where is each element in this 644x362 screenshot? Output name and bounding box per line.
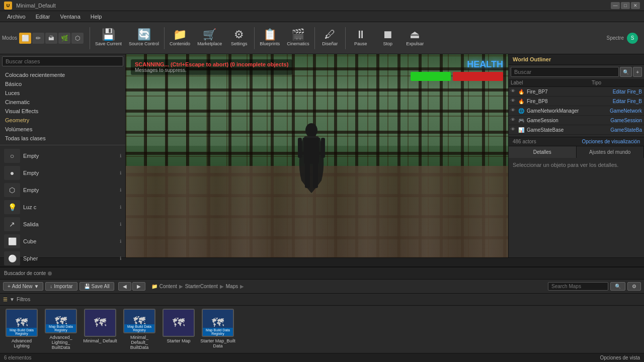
toolbar-contenido[interactable]: 📁 Contenido: [167, 24, 193, 52]
wo-search-input[interactable]: [511, 67, 619, 77]
toolbar-stop[interactable]: ⏹ Stop: [375, 24, 401, 52]
path-content[interactable]: Content: [159, 284, 177, 289]
menu-ventana[interactable]: Ventana: [55, 13, 85, 21]
toolbar-expulsar[interactable]: ⏏ Expulsar: [402, 24, 428, 52]
toolbar-marketplace[interactable]: 🛒 Marketplace: [194, 24, 225, 52]
asset-starter-map[interactable]: 🗺 Starter Map: [161, 309, 196, 350]
vis-options[interactable]: Opciones de visualización: [582, 139, 640, 144]
empty2-label: Empty: [23, 170, 117, 176]
toolbar-save-current[interactable]: 💾 Save Current: [92, 24, 125, 52]
wo-item-gamestatebase[interactable]: 👁 📊 GameStateBase GameStateBa: [509, 125, 644, 135]
svg-rect-3: [313, 163, 318, 188]
asset-minimal-default[interactable]: 🗺 Minimal_ Default: [83, 309, 118, 350]
geo-item-cube[interactable]: ⬜ Cube ℹ: [2, 233, 123, 250]
close-button[interactable]: ✕: [631, 2, 640, 9]
add-new-button[interactable]: + Add New ▼: [3, 282, 43, 291]
geo-item-empty3[interactable]: ⬡ Empty ℹ: [2, 182, 123, 199]
asset-starter-map-builtdata[interactable]: 🗺 Map Build Data Registry Starter Map_Bu…: [200, 309, 235, 350]
asset-advanced-lighting[interactable]: 🗺 Map Build Data Registry Advanced Light…: [4, 309, 39, 350]
category-all-classes[interactable]: Todas las clases: [0, 134, 125, 143]
toolbar-disenar[interactable]: 🖊 Diseñar: [317, 24, 343, 52]
wo-add-button[interactable]: +: [633, 67, 642, 77]
grid-view-icon[interactable]: ☰: [3, 297, 8, 302]
view-options[interactable]: Opciones de vista: [600, 355, 640, 360]
gamesession-edit[interactable]: GameSession: [610, 118, 642, 123]
asset-tag-1: Map Build Data Registry: [7, 328, 37, 336]
world-outliner-header: World Outliner: [509, 54, 644, 65]
modes-label: Modos: [2, 35, 17, 41]
geo-item-empty1[interactable]: ○ Empty ℹ: [2, 147, 123, 164]
tab-ajustes[interactable]: Ajustes del mundo: [577, 146, 645, 158]
nav-back-button[interactable]: ◀: [118, 282, 131, 291]
luz-info: ℹ: [120, 205, 121, 210]
marketplace-label: Marketplace: [197, 41, 222, 47]
content-search-input[interactable]: [548, 282, 608, 291]
marketplace-icon: 🛒: [203, 29, 216, 40]
geo-item-salida[interactable]: ↗ Salida ℹ: [2, 216, 123, 233]
menu-help[interactable]: Help: [86, 13, 107, 21]
path-maps[interactable]: Maps: [226, 284, 238, 289]
mode-place[interactable]: ⬜: [19, 33, 31, 44]
import-button[interactable]: ↓ Importar: [45, 282, 77, 291]
toolbar-settings[interactable]: ⚙ Settings: [226, 24, 252, 52]
category-visual-effects[interactable]: Visual Effects: [0, 107, 125, 116]
fire-bp7-edit[interactable]: Editar Fire_B: [613, 89, 642, 95]
geo-item-sphere[interactable]: ⚪ Spher ℹ: [2, 250, 123, 267]
asset-advanced-lighting-builtdata[interactable]: 🗺 Map Build Data Registry Advanced_ Ligh…: [43, 309, 78, 350]
maximize-button[interactable]: □: [621, 2, 630, 9]
save-all-button[interactable]: 💾 Save All: [79, 282, 114, 291]
mode-paint[interactable]: ✏: [32, 33, 44, 44]
gamenetwork-edit[interactable]: GameNetwork: [610, 108, 642, 114]
toolbar-pause[interactable]: ⏸ Pause: [348, 24, 374, 52]
tab-detalles[interactable]: Detalles: [509, 146, 577, 158]
details-empty-message: Seleccionar un objeto para ver los detal…: [513, 162, 618, 168]
menu-archivo[interactable]: Archivo: [2, 13, 31, 21]
menu-editar[interactable]: Editar: [31, 13, 55, 21]
asset-label-2: Advanced_ Lighting_ BuiltData: [43, 335, 78, 350]
minimize-button[interactable]: —: [611, 2, 620, 9]
add-new-label: Add New: [12, 284, 33, 289]
category-volumenes[interactable]: Volúmenes: [0, 125, 125, 134]
mode-geometry[interactable]: ⬡: [71, 33, 84, 44]
toolbar-cinematics[interactable]: 🎬 Cinematics: [284, 24, 312, 52]
asset-tag-2: Map Build Data Registry: [46, 324, 76, 332]
mode-landscape[interactable]: 🏔: [45, 33, 57, 44]
toolbar-source-control[interactable]: 🔄 Source Control: [126, 24, 162, 52]
salida-label: Salida: [23, 221, 117, 227]
filters-label[interactable]: Filtros: [17, 297, 30, 302]
wo-search-button[interactable]: 🔍: [620, 67, 632, 77]
wo-item-fire-bp8[interactable]: 👁 🔥 Fire_BP8 Editar Fire_B: [509, 97, 644, 106]
category-cinematic[interactable]: Cinematic: [0, 98, 125, 107]
category-luces[interactable]: Luces: [0, 88, 125, 98]
health-label: HEALTH: [467, 59, 503, 70]
folder-icon: 📁: [151, 284, 157, 289]
wo-item-fire-bp7[interactable]: 👁 🔥 Fire_BP7 Editar Fire_B: [509, 87, 644, 97]
nav-forward-button[interactable]: ▶: [132, 282, 145, 291]
mode-foliage[interactable]: 🌿: [58, 33, 70, 44]
content-settings-button[interactable]: ⚙: [627, 282, 641, 291]
wo-item-gamenetwork[interactable]: 👁 🌐 GameNetworkManager GameNetwork: [509, 106, 644, 116]
toolbar-divider-3: [254, 27, 255, 49]
gamestatebase-edit[interactable]: GameStateBa: [610, 127, 642, 133]
geo-item-luz[interactable]: 💡 Luz c ℹ: [2, 199, 123, 216]
class-search-input[interactable]: [2, 56, 123, 66]
category-basic[interactable]: Básico: [0, 79, 125, 88]
fire-bp8-edit[interactable]: Editar Fire_B: [613, 99, 642, 104]
sphere-info: ℹ: [120, 256, 121, 261]
wo-item-gamesession[interactable]: 👁 🎮 GameSession GameSession: [509, 116, 644, 125]
category-recently-placed[interactable]: Colocado recientemente: [0, 70, 125, 79]
path-startercontent[interactable]: StarterContent: [185, 284, 218, 289]
asset-minimal-default-builtdata[interactable]: 🗺 Map Build Data Registry Minimal_ Defau…: [122, 309, 157, 350]
content-search-button[interactable]: 🔍: [610, 282, 625, 291]
disenar-icon: 🖊: [325, 29, 336, 40]
category-geometry[interactable]: Geometry: [0, 116, 125, 125]
viewport[interactable]: SCANNING... (Ctrl+Escape to abort) (0 in…: [126, 54, 508, 257]
world-outliner-search: 🔍 +: [509, 65, 644, 79]
toolbar-blueprints[interactable]: 📋 Blueprints: [257, 24, 283, 52]
cinematics-icon: 🎬: [291, 29, 305, 40]
svg-rect-4: [298, 138, 302, 158]
geo-item-empty2[interactable]: ● Empty ℹ: [2, 164, 123, 182]
fire-bp7-name: Fire_BP7: [527, 89, 613, 95]
pause-label: Pause: [354, 41, 367, 47]
save-all-icon: 💾: [84, 284, 90, 289]
